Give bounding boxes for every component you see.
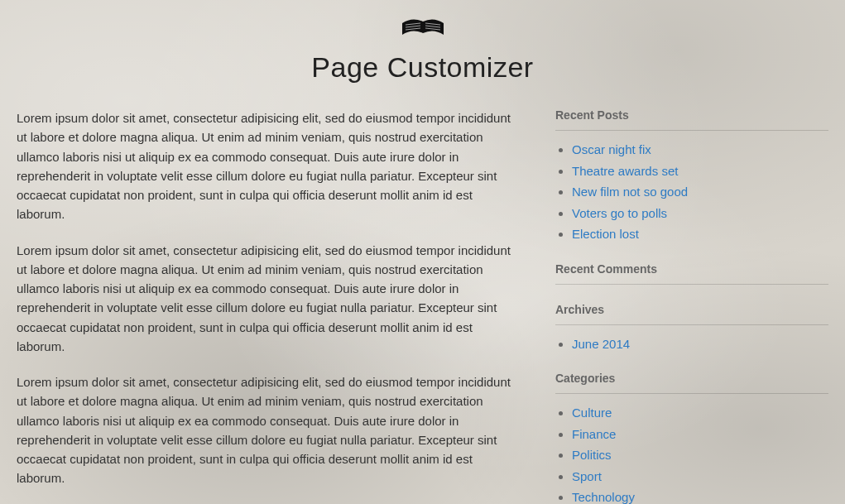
- list-item: Culture: [572, 404, 828, 423]
- archives-list: June 2014: [555, 335, 828, 354]
- widget-archives: Archives June 2014: [555, 303, 828, 354]
- list-item: Oscar night fix: [572, 141, 828, 160]
- header: Page Customizer: [0, 0, 845, 92]
- sidebar: Recent Posts Oscar night fix Theatre awa…: [555, 108, 828, 504]
- widget-title: Recent Posts: [555, 108, 828, 131]
- recent-post-link[interactable]: Voters go to polls: [572, 206, 667, 220]
- list-item: June 2014: [572, 335, 828, 354]
- list-item: Sport: [572, 468, 828, 487]
- list-item: Election lost: [572, 225, 828, 244]
- category-link[interactable]: Technology: [572, 490, 635, 504]
- list-item: Finance: [572, 425, 828, 444]
- paragraph: Lorem ipsum dolor sit amet, consectetur …: [17, 241, 522, 357]
- list-item: Politics: [572, 446, 828, 465]
- recent-post-link[interactable]: Election lost: [572, 227, 639, 241]
- recent-post-link[interactable]: Theatre awards set: [572, 164, 678, 178]
- list-item: Technology: [572, 488, 828, 504]
- archive-link[interactable]: June 2014: [572, 337, 630, 351]
- widget-categories: Categories Culture Finance Politics Spor…: [555, 372, 828, 504]
- widget-recent-comments: Recent Comments: [555, 262, 828, 285]
- paragraph: Lorem ipsum dolor sit amet, consectetur …: [17, 108, 522, 224]
- widget-title: Archives: [555, 303, 828, 325]
- list-item: New film not so good: [572, 183, 828, 202]
- page-title: Page Customizer: [0, 51, 845, 84]
- recent-post-link[interactable]: New film not so good: [572, 185, 688, 199]
- category-link[interactable]: Culture: [572, 406, 612, 420]
- book-icon: [399, 17, 447, 45]
- category-link[interactable]: Sport: [572, 469, 602, 483]
- category-link[interactable]: Politics: [572, 448, 612, 462]
- recent-post-link[interactable]: Oscar night fix: [572, 142, 651, 156]
- list-item: Voters go to polls: [572, 204, 828, 223]
- paragraph: Lorem ipsum dolor sit amet, consectetur …: [17, 372, 522, 488]
- main-content: Lorem ipsum dolor sit amet, consectetur …: [17, 108, 555, 504]
- widget-title: Categories: [555, 372, 828, 394]
- widget-recent-posts: Recent Posts Oscar night fix Theatre awa…: [555, 108, 828, 244]
- categories-list: Culture Finance Politics Sport Technolog…: [555, 404, 828, 504]
- category-link[interactable]: Finance: [572, 427, 616, 441]
- list-item: Theatre awards set: [572, 162, 828, 181]
- recent-posts-list: Oscar night fix Theatre awards set New f…: [555, 141, 828, 244]
- widget-title: Recent Comments: [555, 262, 828, 285]
- content-container: Lorem ipsum dolor sit amet, consectetur …: [0, 92, 845, 504]
